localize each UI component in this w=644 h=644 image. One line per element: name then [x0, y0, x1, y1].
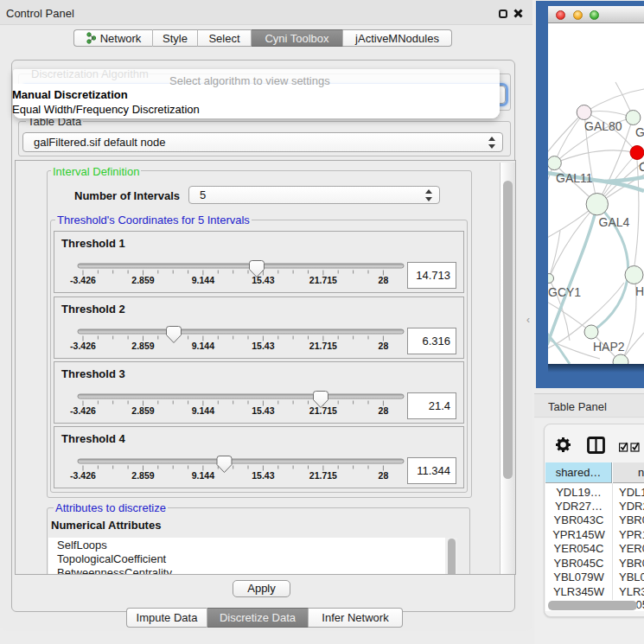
svg-text:GAL4: GAL4 — [599, 215, 630, 229]
svg-text:GAL80: GAL80 — [584, 119, 622, 133]
svg-text:G: G — [635, 125, 644, 139]
svg-text:HAP2: HAP2 — [593, 340, 625, 354]
svg-text:C: C — [639, 160, 644, 174]
svg-text:GAL11: GAL11 — [556, 171, 593, 185]
svg-text:GCY1: GCY1 — [548, 285, 581, 299]
svg-text:H: H — [635, 284, 644, 298]
